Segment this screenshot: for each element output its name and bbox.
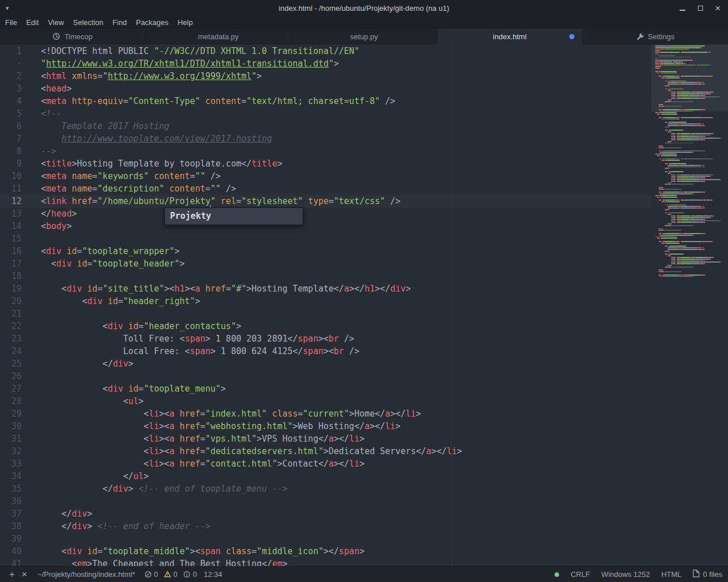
code-line[interactable]: 35 </div> <!-- end of tooplate_menu --> — [0, 483, 651, 495]
line-number: 15 — [0, 232, 41, 245]
menu-item-packages[interactable]: Packages — [131, 16, 173, 29]
code-line[interactable]: ·"http://www.w3.org/TR/xhtml1/DTD/xhtml1… — [0, 57, 651, 70]
code-line[interactable]: 3<head> — [0, 82, 651, 95]
code-line[interactable]: 29 <li><a href="index.html" class="curre… — [0, 408, 651, 420]
diagnostic-error[interactable]: 0 — [143, 570, 159, 579]
menu-item-selection[interactable]: Selection — [68, 16, 107, 29]
line-number: 11 — [0, 182, 41, 195]
code-text: <li><a href="contact.html">Contact</a></… — [41, 458, 365, 470]
add-icon[interactable]: + — [6, 567, 18, 582]
line-number: 32 — [0, 445, 41, 458]
code-line[interactable]: 1<!DOCTYPE html PUBLIC "-//W3C//DTD XHTM… — [0, 45, 651, 57]
code-text: </div> — [41, 508, 92, 520]
grammar-selector[interactable]: HTML — [661, 570, 681, 579]
code-line[interactable]: 38 </div> <!-- end of header --> — [0, 520, 651, 533]
code-line[interactable]: 17 <div id="tooplate_header"> — [0, 257, 651, 270]
code-line[interactable]: 21 — [0, 307, 651, 320]
line-number: 9 — [0, 157, 41, 170]
code-text: </div> — [41, 357, 134, 370]
minimap[interactable] — [651, 44, 728, 566]
code-line[interactable]: 9<title>Hosting Template by tooplate.com… — [0, 157, 651, 170]
code-line[interactable]: 22 <div id="header_contactus"> — [0, 320, 651, 332]
code-line[interactable]: 15 — [0, 232, 651, 245]
code-line[interactable]: 23 Toll Free: <span> 1 800 203 2891</spa… — [0, 332, 651, 345]
menu-bar: FileEditViewSelectionFindPackagesHelp — [0, 16, 728, 29]
code-line[interactable]: 6 Template 2017 Hosting — [0, 120, 651, 132]
diagnostic-count: 0 — [154, 570, 158, 579]
code-line[interactable]: 8--> — [0, 145, 651, 157]
remove-icon[interactable]: × — [18, 567, 31, 582]
code-text: http://www.tooplate.com/view/2017-hostin… — [41, 132, 272, 145]
encoding-selector[interactable]: Windows 1252 — [601, 570, 650, 579]
diagnostic-count: 0 — [193, 570, 197, 579]
line-number: 16 — [0, 245, 41, 257]
code-line[interactable]: 24 Local Free: <span> 1 800 624 4125</sp… — [0, 345, 651, 357]
code-line[interactable]: 27 <div id="tooplate_menu"> — [0, 383, 651, 395]
menu-item-find[interactable]: Find — [108, 16, 131, 29]
error-icon — [144, 571, 152, 578]
code-line[interactable]: 34 </ul> — [0, 470, 651, 483]
tab-timecop[interactable]: Timecop — [0, 29, 146, 44]
line-number: 31 — [0, 433, 41, 445]
code-line[interactable]: 4<meta http-equiv="Content-Type" content… — [0, 95, 651, 107]
code-line[interactable]: 32 <li><a href="dedicatedservers.html">D… — [0, 445, 651, 458]
code-line[interactable]: 26 — [0, 370, 651, 383]
code-line[interactable]: 7 http://www.tooplate.com/view/2017-host… — [0, 132, 651, 145]
minimize-button[interactable] — [678, 3, 687, 13]
line-number: 1 — [0, 45, 41, 57]
diagnostic-info[interactable]: 0 — [182, 570, 198, 579]
tab-index-html[interactable]: index.html — [437, 29, 583, 44]
code-text: <div id="header_contactus"> — [41, 320, 241, 332]
code-text: <meta name="description" content="" /> — [41, 182, 236, 195]
line-number: 34 — [0, 470, 41, 483]
code-text: <li><a href="webhosting.html">Web Hostin… — [41, 420, 400, 433]
code-text: Toll Free: <span> 1 800 203 2891</span><… — [41, 332, 354, 345]
window-controls: × — [678, 0, 722, 16]
maximize-button[interactable] — [696, 3, 705, 13]
code-line[interactable]: 37 </div> — [0, 508, 651, 520]
line-number: 12 — [0, 195, 41, 207]
code-line[interactable]: 40 <div id="tooplate_middle"><span class… — [0, 545, 651, 558]
code-line[interactable]: 19 <div id="site_title"><h1><a href="#">… — [0, 282, 651, 295]
autocomplete-suggestion[interactable]: Projekty — [165, 208, 303, 225]
menu-item-view[interactable]: View — [43, 16, 68, 29]
files-count: 0 files — [703, 570, 722, 579]
files-status[interactable]: 0 files — [693, 569, 722, 579]
menu-item-edit[interactable]: Edit — [22, 16, 43, 29]
diagnostic-warning[interactable]: 0 — [163, 570, 179, 579]
code-line[interactable]: 20 <div id="header_right"> — [0, 295, 651, 307]
tab-setup-py[interactable]: setup.py — [291, 29, 437, 44]
code-line[interactable]: 41 <em>The Cheapest and The Best Hosting… — [0, 558, 651, 566]
tab-settings[interactable]: Settings — [583, 29, 728, 44]
line-number: 33 — [0, 458, 41, 470]
code-line[interactable]: 28 <ul> — [0, 395, 651, 408]
code-line[interactable]: 2<html xmlns="http://www.w3.org/1999/xht… — [0, 70, 651, 82]
code-line[interactable]: 31 <li><a href="vps.html">VPS Hosting</a… — [0, 433, 651, 445]
menu-item-file[interactable]: File — [1, 16, 22, 29]
code-line[interactable]: 14<body> — [0, 220, 651, 232]
code-line[interactable]: 30 <li><a href="webhosting.html">Web Hos… — [0, 420, 651, 433]
code-line[interactable]: 18 — [0, 270, 651, 282]
code-text: "http://www.w3.org/TR/xhtml1/DTD/xhtml1-… — [41, 57, 339, 70]
code-line[interactable]: 10<meta name="keywords" content="" /> — [0, 170, 651, 182]
code-line[interactable]: 39 — [0, 533, 651, 545]
code-text: <div id="site_title"><h1><a href="#">Hos… — [41, 282, 411, 295]
code-line[interactable]: 13</head> — [0, 207, 651, 220]
code-line[interactable]: 33 <li><a href="contact.html">Contact</a… — [0, 458, 651, 470]
close-button[interactable]: × — [713, 3, 722, 13]
menu-item-help[interactable]: Help — [173, 16, 197, 29]
code-line[interactable]: 11<meta name="description" content="" /> — [0, 182, 651, 195]
code-line[interactable]: 25 </div> — [0, 357, 651, 370]
code-line[interactable]: 36 — [0, 495, 651, 508]
window-menu-icon[interactable]: ▾ — [6, 0, 9, 16]
editor[interactable]: 1<!DOCTYPE html PUBLIC "-//W3C//DTD XHTM… — [0, 44, 728, 566]
tab-metadata-py[interactable]: metadata.py — [146, 29, 291, 44]
code-line[interactable]: 5<!-- — [0, 107, 651, 120]
cursor-position[interactable]: 12:34 — [204, 570, 222, 579]
file-path: ~/Projekty/hosting/index.html* — [38, 570, 135, 579]
line-number: 35 — [0, 483, 41, 495]
line-ending-selector[interactable]: CRLF — [570, 570, 590, 579]
code-line[interactable]: 16<div id="tooplate_wrapper"> — [0, 245, 651, 257]
code-line[interactable]: 12<link href="/home/ubuntu/Projekty" rel… — [0, 195, 651, 207]
status-bar: + × ~/Projekty/hosting/index.html* 000 1… — [0, 566, 728, 582]
